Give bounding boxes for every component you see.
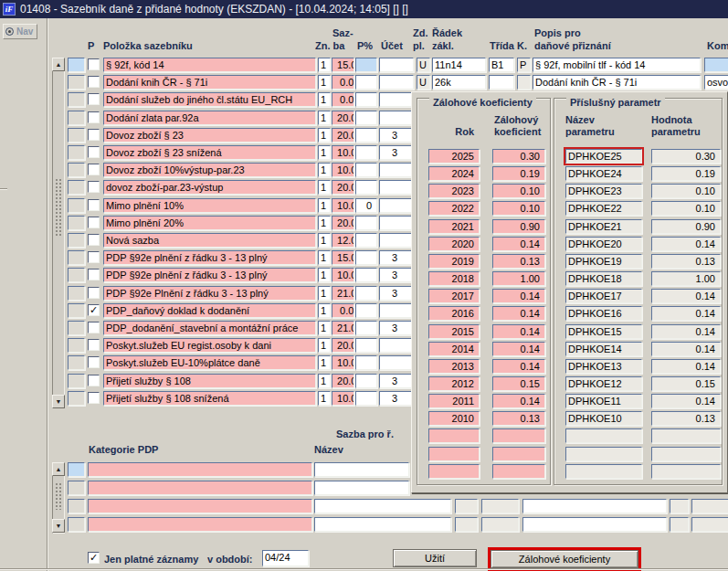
kategorie-pdp-field[interactable]	[88, 499, 312, 513]
polozka-field[interactable]: Přijetí služby § 108	[103, 374, 316, 388]
rok-field[interactable]: 2017	[428, 289, 480, 303]
ucet-field[interactable]	[379, 75, 414, 90]
nazev-parametru-field[interactable]	[565, 447, 642, 461]
row-checkbox[interactable]	[88, 181, 100, 193]
ppct-field[interactable]	[355, 391, 377, 406]
ucet-field[interactable]	[379, 92, 414, 107]
scrollbar-grip[interactable]	[55, 178, 62, 237]
polozka-field[interactable]: Přijetí služby § 108 snížená	[103, 391, 316, 406]
nazev-parametru-field[interactable]: DPHKOE14	[565, 342, 642, 356]
sazba-field[interactable]: 20.0	[332, 216, 354, 230]
bottom-scroll-down-icon[interactable]: ▼	[52, 519, 65, 533]
ppct-field[interactable]	[355, 286, 377, 301]
nazev-parametru-field[interactable]: DPHKOE10	[565, 411, 642, 426]
ucet-field[interactable]: 3	[379, 391, 414, 406]
rok-field[interactable]: 2021	[428, 219, 480, 234]
extra-field-1[interactable]	[455, 499, 478, 513]
zd-pl-field[interactable]: U	[417, 58, 430, 72]
hodnota-parametru-field[interactable]	[651, 428, 721, 443]
ppct-field[interactable]	[355, 58, 377, 72]
ucet-field[interactable]: 3	[379, 268, 414, 282]
row-checkbox[interactable]	[88, 375, 100, 386]
polozka-field[interactable]: PDP §92e plnění z řádku 3 - 13 plný	[103, 250, 316, 265]
sazba-field[interactable]: 10.0	[332, 391, 354, 406]
extra-field-1[interactable]	[455, 517, 478, 532]
zn-field[interactable]: 1	[318, 321, 331, 335]
ucet-field[interactable]	[379, 338, 414, 353]
ppct-field[interactable]	[355, 216, 377, 230]
nazev-field[interactable]	[314, 517, 451, 532]
ucet-field[interactable]	[379, 233, 414, 248]
zn-field[interactable]: 1	[318, 355, 331, 370]
zn-field[interactable]: 1	[318, 338, 331, 353]
row-checkbox[interactable]	[88, 356, 100, 368]
rok-field[interactable]: 2024	[428, 166, 480, 181]
koeficient-field[interactable]: 0.13	[492, 411, 545, 426]
row-selector[interactable]	[68, 517, 85, 532]
zn-field[interactable]: 1	[318, 163, 331, 177]
polozka-field[interactable]: Dovoz zboží § 23 snížená	[103, 145, 316, 160]
hodnota-parametru-field[interactable]: 0.14	[651, 359, 721, 374]
row-selector[interactable]	[68, 198, 85, 213]
rok-field[interactable]: 2022	[428, 201, 480, 216]
sazba-field[interactable]: 0.0	[332, 75, 354, 90]
polozka-field[interactable]: Poskyt.služeb EU regist.osoby k dani	[103, 338, 316, 353]
row-selector[interactable]	[68, 481, 85, 495]
ppct-field[interactable]	[355, 128, 377, 143]
nazev-parametru-field[interactable]: DPHKOE21	[565, 219, 642, 234]
row-checkbox[interactable]	[88, 58, 100, 70]
ppct-field[interactable]	[355, 268, 377, 282]
sazba-field[interactable]: 20.0	[332, 180, 354, 195]
ppct-field[interactable]	[355, 250, 377, 265]
rok-field[interactable]: 2025	[428, 149, 480, 164]
extra-field-3[interactable]	[522, 517, 667, 532]
extra-field-4[interactable]	[670, 499, 689, 513]
scroll-down-icon[interactable]: ▼	[52, 395, 65, 408]
trida-field[interactable]: B1	[489, 58, 514, 72]
zn-field[interactable]: 1	[318, 128, 331, 143]
row-selector[interactable]	[68, 58, 85, 72]
polozka-field[interactable]: PDP §92e plnění z řádku 3 - 13 plný	[103, 268, 316, 282]
row-selector[interactable]	[68, 499, 85, 513]
row-selector[interactable]	[68, 233, 85, 248]
ppct-field[interactable]	[355, 338, 377, 353]
zalohove-koeficienty-button[interactable]: Zálohové koeficienty	[491, 550, 638, 568]
row-selector[interactable]	[68, 216, 85, 230]
koeficient-field[interactable]	[492, 464, 545, 479]
zn-field[interactable]: 1	[318, 374, 331, 388]
scroll-up-icon[interactable]: ▲	[52, 58, 65, 71]
nazev-parametru-field[interactable]	[565, 428, 642, 443]
row-checkbox[interactable]: ✓	[88, 304, 100, 316]
polozka-field[interactable]: § 92f, kód 14	[103, 58, 316, 72]
sazba-field[interactable]: 0.0	[332, 92, 354, 107]
polozka-field[interactable]: Dodání knih ČR - § 71i	[103, 75, 316, 90]
koeficient-field[interactable]: 0.14	[492, 359, 545, 374]
sazba-field[interactable]: 0.0	[332, 303, 354, 318]
koeficient-field[interactable]	[492, 428, 545, 443]
nazev-parametru-field[interactable]: DPHKOE11	[565, 394, 642, 408]
ucet-field[interactable]	[379, 198, 414, 213]
row-checkbox[interactable]	[88, 217, 100, 228]
rok-field[interactable]: 2012	[428, 376, 480, 391]
row-checkbox[interactable]	[88, 269, 100, 280]
row-checkbox[interactable]	[88, 164, 100, 175]
nazev-parametru-field[interactable]	[565, 464, 642, 479]
polozka-field[interactable]: Dovoz zboží § 23	[103, 128, 316, 143]
bottom-scrollbar-grip[interactable]	[55, 482, 62, 510]
row-selector[interactable]	[68, 321, 85, 335]
zn-field[interactable]: 1	[318, 233, 331, 248]
polozka-field[interactable]: Dovoz zboží 10%výstup-par.23	[103, 163, 316, 177]
trida-field[interactable]	[489, 75, 514, 90]
ucet-field[interactable]	[379, 58, 414, 72]
nazev-parametru-field[interactable]: DPHKOE12	[565, 376, 642, 391]
polozka-field[interactable]: PDP §92e Plnění z řádku 3 - 13 plný	[103, 286, 316, 301]
sazba-field[interactable]: 20.0	[332, 338, 354, 353]
ppct-field[interactable]	[355, 374, 377, 388]
sazba-field[interactable]: 20.0	[332, 374, 354, 388]
row-checkbox[interactable]	[88, 93, 100, 105]
ucet-field[interactable]: 3	[379, 286, 414, 301]
hodnota-parametru-field[interactable]: 0.15	[651, 376, 721, 391]
ucet-field[interactable]: 3	[379, 128, 414, 143]
ppct-field[interactable]: 0	[355, 198, 377, 213]
row-selector[interactable]	[68, 145, 85, 160]
